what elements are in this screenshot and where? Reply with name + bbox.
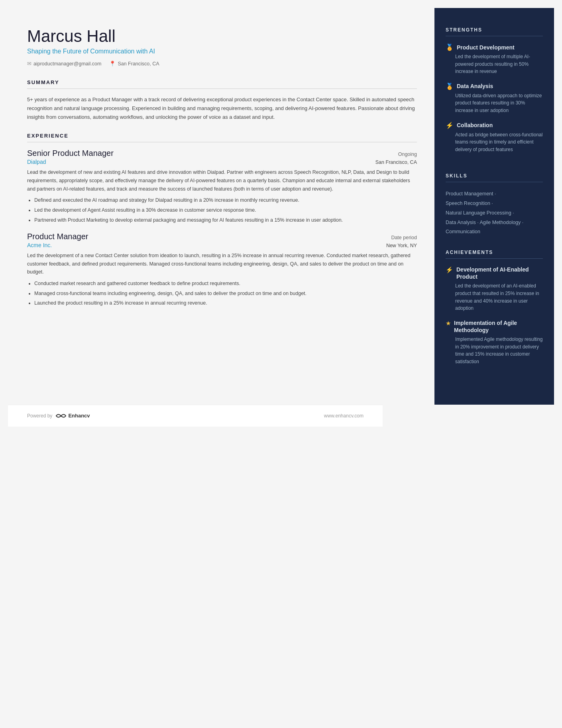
- job1-location: San Francisco, CA: [375, 159, 417, 165]
- footer-left: Powered by Enhancv: [27, 412, 90, 419]
- email-contact: ✉ aiproductmanager@gmail.com: [27, 61, 101, 67]
- skill-3: Natural Language Processing: [446, 210, 511, 216]
- strength3-header: ⚡ Collaboration: [446, 122, 543, 129]
- achievement2-desc: Implemented Agile methodology resulting …: [446, 336, 543, 365]
- location-contact: 📍 San Francisco, CA: [109, 61, 159, 67]
- job1-header: Senior Product Manager Ongoing: [27, 149, 417, 158]
- lightning-icon-1: ⚡: [446, 122, 454, 129]
- lightning-icon-2: ⚡: [446, 266, 453, 273]
- candidate-name: Marcus Hall: [27, 27, 417, 45]
- achievements-divider: [446, 258, 543, 259]
- summary-title: SUMMARY: [27, 79, 417, 85]
- powered-by-text: Powered by: [27, 413, 52, 419]
- list-item: Conducted market research and gathered c…: [34, 279, 417, 288]
- medal-icon-2: 🏅: [446, 83, 454, 90]
- job1-bullets: Defined and executed the AI roadmap and …: [27, 196, 417, 224]
- list-item: Launched the product resulting in a 25% …: [34, 299, 417, 307]
- achievement-item-1: ⚡ Development of AI-Enabled Product Led …: [446, 266, 543, 312]
- skill-dot-1: ·: [493, 191, 496, 197]
- job2-company-row: Acme Inc. New York, NY: [27, 242, 417, 248]
- achievements-title: ACHIEVEMENTS: [446, 250, 543, 255]
- summary-text: 5+ years of experience as a Product Mana…: [27, 95, 417, 122]
- strength1-desc: Led the development of multiple AI-power…: [446, 53, 543, 75]
- job2-description: Led the development of a new Contact Cen…: [27, 252, 417, 276]
- experience-section: EXPERIENCE Senior Product Manager Ongoin…: [27, 133, 417, 315]
- job1-company-row: Dialpad San Francisco, CA: [27, 159, 417, 165]
- left-column: Marcus Hall Shaping the Future of Commun…: [8, 8, 434, 405]
- strength1-header: 🏅 Product Development: [446, 43, 543, 51]
- achievement2-title: Implementation of Agile Methodology: [454, 319, 543, 334]
- list-item: Partnered with Product Marketing to deve…: [34, 216, 417, 224]
- medal-icon-1: 🏅: [446, 43, 454, 51]
- skill-2: Speech Recognition: [446, 201, 490, 206]
- enhancv-logo-icon: [55, 412, 67, 419]
- job2-bullets: Conducted market research and gathered c…: [27, 279, 417, 307]
- skills-divider: [446, 182, 543, 182]
- achievement-item-2: ★ Implementation of Agile Methodology Im…: [446, 319, 543, 366]
- strength2-desc: Utilized data-driven approach to optimiz…: [446, 92, 543, 114]
- job1-company: Dialpad: [27, 159, 46, 165]
- achievement1-desc: Led the development of an AI-enabled pro…: [446, 282, 543, 312]
- candidate-tagline: Shaping the Future of Communication with…: [27, 48, 417, 55]
- website-url: www.enhancv.com: [324, 413, 364, 419]
- contact-row: ✉ aiproductmanager@gmail.com 📍 San Franc…: [27, 61, 417, 67]
- experience-divider: [27, 142, 417, 142]
- strengths-title: STRENGTHS: [446, 27, 543, 33]
- job1-description: Lead the development of new and existing…: [27, 168, 417, 193]
- skill-dot-3: ·: [511, 210, 514, 216]
- job2-title: Product Manager: [27, 232, 88, 241]
- job2-company: Acme Inc.: [27, 242, 52, 248]
- skill-dot-5: ·: [521, 220, 523, 225]
- enhancv-logo: Enhancv: [55, 412, 90, 419]
- skills-title: SKILLS: [446, 173, 543, 179]
- strength3-title: Collaboration: [457, 122, 493, 128]
- strength-item-1: 🏅 Product Development Led the developmen…: [446, 43, 543, 75]
- strength2-title: Data Analysis: [457, 83, 493, 89]
- list-item: Led the development of Agent Assist resu…: [34, 206, 417, 214]
- list-item: Managed cross-functional teams including…: [34, 289, 417, 298]
- achievement1-header: ⚡ Development of AI-Enabled Product: [446, 266, 543, 280]
- strength2-header: 🏅 Data Analysis: [446, 83, 543, 90]
- email-icon: ✉: [27, 61, 31, 67]
- footer: Powered by Enhancv www.enhancv.com: [8, 405, 383, 427]
- skill-dot-4: ·: [476, 220, 480, 225]
- job2-date: Date period: [391, 235, 417, 240]
- job1-date: Ongoing: [398, 152, 417, 157]
- strengths-section: STRENGTHS 🏅 Product Development Led the …: [446, 27, 543, 160]
- skill-5: Agile Methodology: [479, 220, 521, 225]
- email-value: aiproductmanager@gmail.com: [33, 61, 101, 67]
- achievement2-header: ★ Implementation of Agile Methodology: [446, 319, 543, 334]
- skill-1: Product Management: [446, 191, 493, 197]
- skill-4: Data Analysis: [446, 220, 476, 225]
- skills-section: SKILLS Product Management · Speech Recog…: [446, 173, 543, 237]
- right-column: STRENGTHS 🏅 Product Development Led the …: [434, 8, 554, 405]
- achievement1-title: Development of AI-Enabled Product: [456, 266, 543, 280]
- summary-section: SUMMARY 5+ years of experience as a Prod…: [27, 79, 417, 122]
- strength1-title: Product Development: [457, 44, 515, 51]
- footer-right: www.enhancv.com: [324, 413, 364, 419]
- strength-item-2: 🏅 Data Analysis Utilized data-driven app…: [446, 83, 543, 114]
- location-icon: 📍: [109, 61, 116, 67]
- location-value: San Francisco, CA: [118, 61, 159, 67]
- job2-header: Product Manager Date period: [27, 232, 417, 241]
- strength-item-3: ⚡ Collaboration Acted as bridge between …: [446, 122, 543, 153]
- brand-name: Enhancv: [68, 413, 90, 419]
- list-item: Defined and executed the AI roadmap and …: [34, 196, 417, 205]
- skill-dot-2: ·: [490, 201, 493, 206]
- strength3-desc: Acted as bridge between cross-functional…: [446, 131, 543, 153]
- experience-title: EXPERIENCE: [27, 133, 417, 139]
- strengths-divider: [446, 36, 543, 36]
- header-section: Marcus Hall Shaping the Future of Commun…: [27, 27, 417, 67]
- achievements-section: ACHIEVEMENTS ⚡ Development of AI-Enabled…: [446, 250, 543, 373]
- job2-location: New York, NY: [386, 243, 417, 248]
- skills-list: Product Management · Speech Recognition …: [446, 189, 543, 237]
- summary-divider: [27, 89, 417, 89]
- star-icon: ★: [446, 320, 451, 327]
- job1-title: Senior Product Manager: [27, 149, 114, 158]
- skill-6: Communication: [446, 229, 480, 234]
